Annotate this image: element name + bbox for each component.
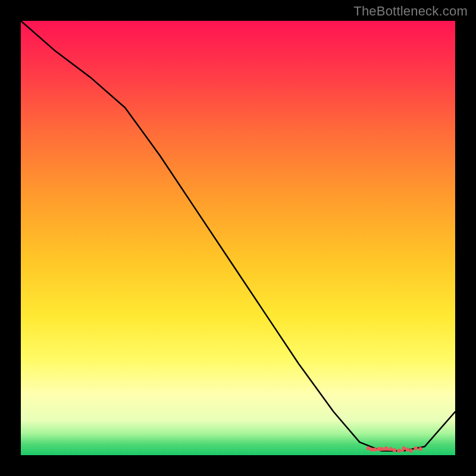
svg-point-13 xyxy=(418,447,422,450)
plot-area xyxy=(21,21,455,455)
chart-frame: TheBottleneck.com xyxy=(0,0,476,476)
svg-point-9 xyxy=(402,446,406,450)
svg-point-10 xyxy=(406,447,409,451)
optimum-band xyxy=(367,446,422,452)
svg-point-11 xyxy=(409,449,413,452)
curve-path xyxy=(21,21,455,451)
chart-svg xyxy=(21,21,455,455)
svg-point-12 xyxy=(414,446,417,450)
svg-rect-15 xyxy=(397,450,404,452)
watermark-text: TheBottleneck.com xyxy=(353,4,468,19)
svg-rect-14 xyxy=(371,449,394,451)
svg-point-0 xyxy=(367,446,370,450)
